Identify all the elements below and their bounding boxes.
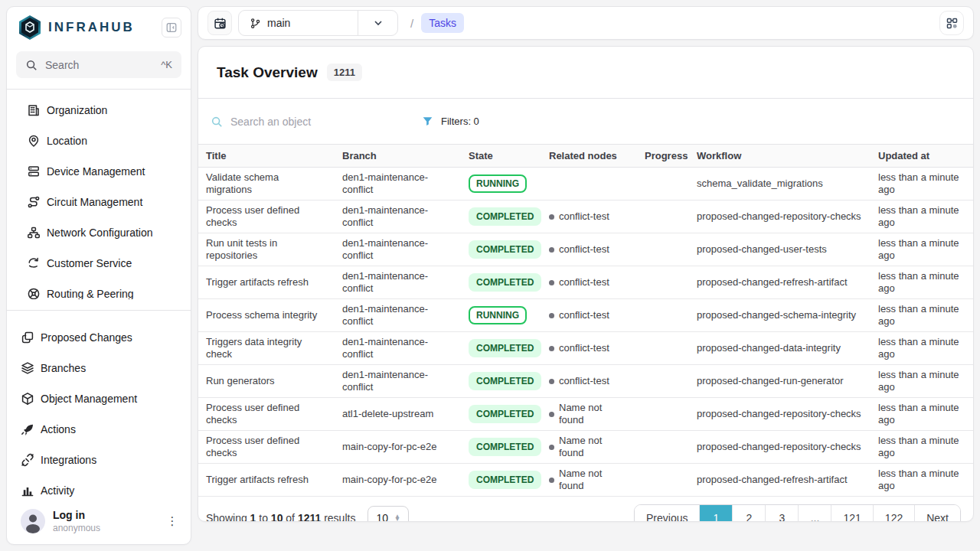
object-search-placeholder: Search an object xyxy=(230,116,311,128)
sidebar-item-organization-icon xyxy=(27,103,41,117)
tasks-table: Title Branch State Related nodes Progres… xyxy=(198,144,973,497)
table-header-row: Title Branch State Related nodes Progres… xyxy=(198,145,973,168)
sidebar-divider xyxy=(7,89,191,90)
infrahub-logo-icon xyxy=(18,15,42,41)
related-node-dot xyxy=(549,445,554,450)
cell-title: Trigger artifacts refresh xyxy=(198,266,335,299)
time-travel-button[interactable] xyxy=(207,11,232,35)
task-row[interactable]: Validate schema migrations den1-maintena… xyxy=(198,168,973,201)
cell-updated: less than a minute ago xyxy=(871,201,973,233)
col-updated-at: Updated at xyxy=(871,145,973,168)
task-row[interactable]: Process schema integrity den1-maintenanc… xyxy=(198,299,973,332)
cell-branch: den1-maintenance-conflict xyxy=(335,201,461,233)
branch-selector-caret[interactable] xyxy=(358,11,397,35)
cell-related: Name not found xyxy=(541,398,637,431)
pagination-next[interactable]: Next xyxy=(915,505,960,523)
search-shortcut: ^K xyxy=(161,59,172,70)
pagination-page-122[interactable]: 122 xyxy=(874,505,915,523)
sidebar-item-routing-peering[interactable]: Routing & Peering xyxy=(7,279,191,299)
cell-updated: less than a minute ago xyxy=(871,398,973,431)
sidebar-item-integrations[interactable]: Integrations xyxy=(7,445,191,475)
pagination-page-121[interactable]: 121 xyxy=(831,505,873,523)
task-row[interactable]: Trigger artifacts refresh den1-maintenan… xyxy=(198,266,973,299)
cell-updated: less than a minute ago xyxy=(871,464,973,497)
cell-workflow: proposed-changed-schema-integrity xyxy=(689,299,871,332)
sidebar-item-location[interactable]: Location xyxy=(7,126,191,156)
sidebar-item-actions[interactable]: Actions xyxy=(7,414,191,445)
task-row[interactable]: Process user defined checks atl1-delete-… xyxy=(198,398,973,431)
sidebar-item-circuit-management-icon xyxy=(27,195,41,209)
filters-button[interactable]: Filters: 0 xyxy=(422,116,479,127)
object-search-input[interactable]: Search an object xyxy=(211,116,379,128)
state-badge: COMPLETED xyxy=(469,405,541,423)
cell-workflow: schema_validate_migrations xyxy=(689,168,871,201)
pagination-page-1[interactable]: 1 xyxy=(700,505,733,523)
pagination-page-3[interactable]: 3 xyxy=(766,505,799,523)
cell-branch: den1-maintenance-conflict xyxy=(335,233,461,266)
sidebar-item-network-configuration[interactable]: Network Configuration xyxy=(7,217,191,248)
sidebar-item-object-management[interactable]: Object Management xyxy=(7,383,191,414)
cell-related: conflict-test xyxy=(541,201,637,233)
cell-progress xyxy=(637,266,689,299)
top-header: main / Tasks xyxy=(198,6,974,40)
col-workflow: Workflow xyxy=(689,145,871,168)
filter-funnel-icon xyxy=(422,116,433,127)
cell-title: Run unit tests in repositories xyxy=(198,233,335,266)
cell-workflow: proposed-changed-run-generator xyxy=(689,365,871,398)
task-row[interactable]: Process user defined checks den1-mainten… xyxy=(198,201,973,233)
cell-workflow: proposed-changed-repository-checks xyxy=(689,201,871,233)
breadcrumb-tasks[interactable]: Tasks xyxy=(421,13,464,33)
sidebar-item-organization[interactable]: Organization xyxy=(7,95,191,126)
login-label[interactable]: Log in xyxy=(53,509,157,521)
task-overview-panel: Task Overview 1211 Search an object Filt… xyxy=(198,46,974,522)
branch-selector[interactable]: main xyxy=(238,10,398,36)
sidebar-item-device-management[interactable]: Device Management xyxy=(7,156,191,187)
task-row[interactable]: Triggers data integrity check den1-maint… xyxy=(198,332,973,365)
task-row[interactable]: Process user defined checks main-copy-fo… xyxy=(198,431,973,464)
sidebar-item-activity[interactable]: Activity xyxy=(7,475,191,501)
pagination-page-2[interactable]: 2 xyxy=(733,505,766,523)
task-row[interactable]: Trigger artifacts refresh main-copy-for-… xyxy=(198,464,973,497)
sidebar-item-network-configuration-icon xyxy=(27,226,41,240)
username-label: anonymous xyxy=(53,523,157,533)
cell-title: Trigger artifacts refresh xyxy=(198,464,335,497)
branch-selector-value[interactable]: main xyxy=(239,11,358,35)
cell-updated: less than a minute ago xyxy=(871,266,973,299)
cell-related: conflict-test xyxy=(541,332,637,365)
cell-state: COMPLETED xyxy=(461,266,541,299)
sidebar-item-circuit-management[interactable]: Circuit Management xyxy=(7,187,191,217)
cell-title: Process user defined checks xyxy=(198,431,335,464)
state-badge: COMPLETED xyxy=(469,273,541,292)
cell-progress xyxy=(637,332,689,365)
cell-state: COMPLETED xyxy=(461,398,541,431)
sidebar-item-branches-icon xyxy=(21,361,34,375)
sidebar-search-input[interactable]: Search ^K xyxy=(16,51,181,78)
pagination-previous[interactable]: Previous xyxy=(635,505,700,523)
user-menu-kebab-icon[interactable]: ⋮ xyxy=(165,514,180,528)
apps-menu-button[interactable] xyxy=(939,11,964,35)
cell-progress xyxy=(637,398,689,431)
sidebar-item-integrations-icon xyxy=(21,453,34,467)
state-badge: COMPLETED xyxy=(469,339,541,357)
cell-title: Run generators xyxy=(198,365,335,398)
state-badge: COMPLETED xyxy=(469,240,541,259)
cell-state: COMPLETED xyxy=(461,431,541,464)
cell-related: conflict-test xyxy=(541,266,637,299)
cell-progress xyxy=(637,464,689,497)
sidebar-item-proposed-changes[interactable]: Proposed Changes xyxy=(7,322,191,353)
cell-title: Validate schema migrations xyxy=(198,168,335,201)
sidebar-item-branches[interactable]: Branches xyxy=(7,353,191,383)
cell-title: Triggers data integrity check xyxy=(198,332,335,365)
select-stepper-icon: ▲▼ xyxy=(394,515,400,521)
page-size-select[interactable]: 10 ▲▼ xyxy=(368,506,409,523)
cell-progress xyxy=(637,233,689,266)
sidebar-collapse-button[interactable] xyxy=(162,18,181,37)
sidebar-item-customer-service[interactable]: Customer Service xyxy=(7,248,191,279)
task-row[interactable]: Run unit tests in repositories den1-main… xyxy=(198,233,973,266)
breadcrumb-separator: / xyxy=(410,17,413,30)
task-row[interactable]: Run generators den1-maintenance-conflict… xyxy=(198,365,973,398)
cell-updated: less than a minute ago xyxy=(871,365,973,398)
pagination-ellipsis[interactable]: ... xyxy=(799,505,831,523)
chevron-down-icon xyxy=(372,17,384,29)
user-row[interactable]: Log in anonymous ⋮ xyxy=(7,501,191,544)
